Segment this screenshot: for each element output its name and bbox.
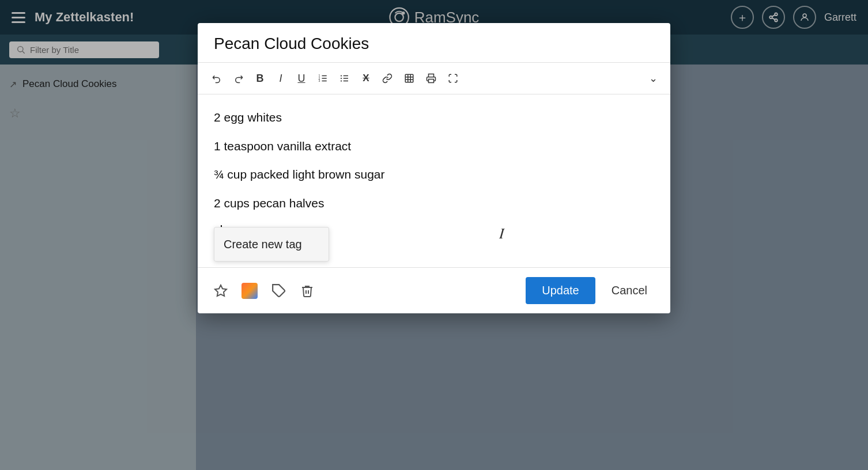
tag-dropdown[interactable]: Create new tag [214,227,329,261]
underline-button[interactable]: U [292,69,311,88]
redo-button[interactable] [229,69,248,88]
svg-point-20 [341,75,342,76]
footer-left [212,281,518,301]
modal-footer: Update Cancel [198,267,670,313]
editor-line-1: 2 egg whites [214,108,654,127]
ordered-list-button[interactable]: 1 2 3 [313,69,333,88]
svg-text:3: 3 [319,79,320,82]
fullscreen-button[interactable] [443,69,463,88]
delete-button[interactable] [298,282,316,300]
unordered-list-button[interactable] [335,69,354,88]
editor-line-3: ¾ cup packed light brown sugar [214,165,654,184]
bold-button[interactable]: B [251,69,269,88]
tags-button[interactable] [269,281,289,301]
table-button[interactable] [399,69,419,88]
editor-content[interactable]: 2 egg whites 1 teaspoon vanilla extract … [198,94,670,267]
print-button[interactable] [421,69,441,88]
modal-header: Pecan Cloud Cookies [198,23,670,63]
link-button[interactable] [378,69,397,88]
cancel-button[interactable]: Cancel [602,277,656,304]
update-button[interactable]: Update [526,277,595,304]
footer-right: Update Cancel [526,277,656,304]
editor-line-2: 1 teaspoon vanilla extract [214,137,654,156]
flame-icon [241,283,258,299]
create-new-tag-item[interactable]: Create new tag [214,228,329,261]
editor-line-4: 2 cups pecan halves [214,194,654,213]
svg-point-21 [341,78,342,79]
svg-rect-28 [429,79,434,83]
modal-dialog: Pecan Cloud Cookies B I U 1 2 [198,23,670,313]
svg-marker-29 [215,285,227,296]
svg-rect-23 [405,74,413,82]
editor-toolbar: B I U 1 2 3 X [198,63,670,94]
theme-button[interactable] [239,281,260,301]
modal-title: Pecan Cloud Cookies [214,35,654,53]
toolbar-more-button[interactable]: ⌄ [646,69,661,88]
i-cursor-indicator: 𝐼 [499,222,504,245]
italic-button[interactable]: I [271,69,290,88]
svg-point-22 [341,80,342,81]
modal-overlay: Pecan Cloud Cookies B I U 1 2 [0,0,868,470]
undo-button[interactable] [207,69,227,88]
favorite-button[interactable] [212,282,230,300]
strikethrough-button[interactable]: X [357,69,375,88]
